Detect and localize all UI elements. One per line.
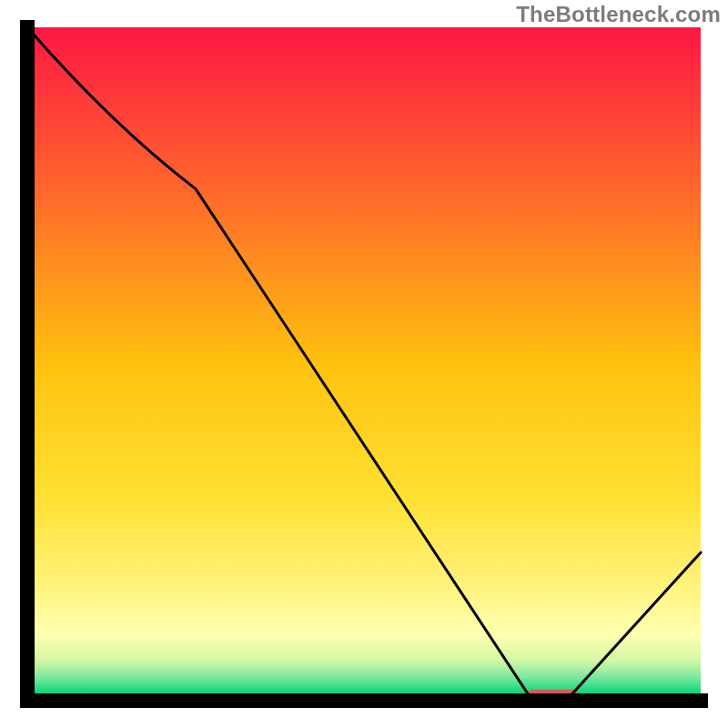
plot-background bbox=[27, 27, 701, 701]
chart-container: TheBottleneck.com bbox=[0, 0, 728, 728]
chart-svg bbox=[0, 0, 728, 728]
watermark-text: TheBottleneck.com bbox=[516, 2, 721, 27]
